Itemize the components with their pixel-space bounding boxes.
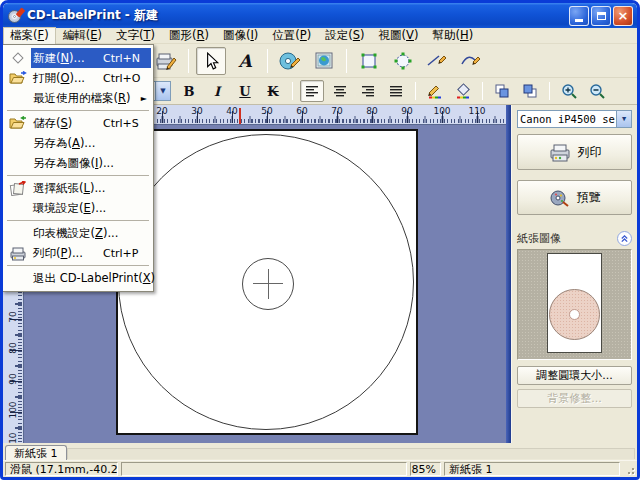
menu-item-save-as-image[interactable]: 另存為圖像(I)... [5, 153, 151, 173]
zoom-in-icon [561, 83, 578, 100]
menubar-item-image[interactable]: 圖像(I) [216, 27, 265, 45]
menu-item-select-paper[interactable]: 選擇紙張(L)... [5, 178, 151, 198]
italic-icon: I [214, 84, 220, 99]
insert-image-tool-button[interactable] [309, 47, 339, 75]
preview-disc [549, 289, 600, 340]
align-center-button[interactable] [328, 80, 352, 102]
minimize-icon [575, 19, 583, 22]
align-right-button[interactable] [356, 80, 380, 102]
pointer-icon [202, 52, 220, 70]
ruler-label: 100 [8, 400, 18, 420]
print-setup-button[interactable] [151, 47, 181, 75]
strikeout-button[interactable]: K [261, 80, 285, 102]
ruler-label: 80 [8, 338, 18, 358]
align-right-icon [361, 85, 375, 97]
menu-item-label: 列印(P)... [33, 246, 83, 261]
menu-item-print[interactable]: 列印(P)... Ctrl+P [5, 243, 151, 263]
titlebar: CD-LabelPrint - 新建 × [3, 3, 637, 28]
ellipse-tool-button[interactable] [388, 47, 418, 75]
arc-tool-button[interactable] [456, 47, 486, 75]
zoom-out-button[interactable] [585, 80, 609, 102]
menubar-item-help[interactable]: 幫助(H) [425, 27, 480, 45]
paper-preview [517, 249, 632, 360]
print-icon [548, 142, 572, 162]
menu-separator [7, 220, 149, 221]
ruler-label: 60 [296, 106, 307, 116]
align-justify-button[interactable] [384, 80, 408, 102]
background-trim-button: 背景修整... [517, 389, 632, 408]
menu-shortcut: Ctrl+O [103, 72, 147, 85]
print-button-label: 列印 [578, 144, 602, 161]
menu-item-label: 環境設定(E)... [33, 201, 106, 216]
print-button[interactable]: 列印 [517, 134, 632, 170]
text-tool-button[interactable]: A [230, 47, 260, 75]
print-setup-icon [154, 50, 178, 72]
ruler-label: 90 [401, 106, 412, 116]
menu-item-new[interactable]: 新建(N)... Ctrl+N [5, 48, 151, 68]
dropdown-icon[interactable]: ▼ [155, 82, 170, 100]
send-back-button[interactable] [518, 80, 542, 102]
window-title: CD-LabelPrint - 新建 [27, 7, 567, 24]
maximize-button[interactable] [591, 6, 611, 26]
resize-grip[interactable] [624, 464, 635, 475]
menu-item-save[interactable]: 儲存(S) Ctrl+S [5, 113, 151, 133]
menu-item-environment-settings[interactable]: 環境設定(E)... [5, 198, 151, 218]
collapse-button[interactable] [617, 231, 632, 246]
send-back-icon [522, 83, 538, 99]
insert-image-icon [313, 50, 335, 72]
menu-item-label: 另存為(A)... [33, 136, 95, 151]
underline-icon: U [239, 84, 250, 99]
menubar-item-file[interactable]: 檔案(F) [3, 27, 56, 45]
menubar-item-settings[interactable]: 設定(S) [318, 27, 371, 45]
printer-select[interactable]: Canon iP4500 series ▼ [517, 110, 632, 128]
menu-item-open[interactable]: 打開(O)... Ctrl+O [5, 68, 151, 88]
zoom-in-button[interactable] [557, 80, 581, 102]
underline-button[interactable]: U [233, 80, 257, 102]
paper-select-icon [5, 178, 31, 198]
fill-color-icon [455, 83, 471, 99]
select-tool-button[interactable] [196, 47, 226, 75]
align-justify-icon [389, 85, 403, 97]
bring-front-button[interactable] [490, 80, 514, 102]
toolbar-separator [267, 49, 268, 73]
file-menu: 新建(N)... Ctrl+N 打開(O)... Ctrl+O 最近使用的檔案(… [2, 44, 154, 292]
bold-button[interactable]: B [177, 80, 201, 102]
preview-button[interactable]: 預覽 [517, 180, 632, 215]
menubar-item-position[interactable]: 位置(P) [265, 27, 318, 45]
fill-color-button[interactable] [451, 80, 475, 102]
menu-item-save-as[interactable]: 另存為(A)... [5, 133, 151, 153]
text-color-button[interactable] [423, 80, 447, 102]
text-color-icon [427, 83, 443, 99]
line-tool-button[interactable] [422, 47, 452, 75]
tab-bar-strip [67, 448, 636, 459]
menubar-item-edit[interactable]: 編輯(E) [56, 27, 109, 45]
dropdown-icon[interactable]: ▼ [616, 111, 631, 127]
ruler-label: 70 [331, 106, 342, 116]
rectangle-icon [359, 51, 379, 71]
center-crosshair [268, 269, 269, 299]
menu-separator [7, 110, 149, 111]
menu-item-label: 退出 CD-LabelPrint(X) [33, 271, 155, 286]
menubar-item-text[interactable]: 文字(T) [109, 27, 162, 45]
status-spacer [121, 462, 407, 476]
submenu-icon: ► [141, 94, 147, 103]
menu-item-recent-files[interactable]: 最近使用的檔案(R) ► [5, 88, 151, 108]
menu-item-printer-setup[interactable]: 印表機設定(Z)... [5, 223, 151, 243]
arc-icon [459, 51, 483, 71]
menu-item-label: 新建(N)... [33, 51, 85, 66]
italic-button[interactable]: I [205, 80, 229, 102]
menubar-item-view[interactable]: 視圖(V) [372, 27, 426, 45]
print-icon [5, 243, 31, 263]
cd-image-tool-button[interactable] [275, 47, 305, 75]
rectangle-tool-button[interactable] [354, 47, 384, 75]
align-left-button[interactable] [300, 80, 324, 102]
close-button[interactable]: × [613, 6, 633, 26]
sheet-tab[interactable]: 新紙張 1 [5, 445, 67, 460]
adjust-ring-button[interactable]: 調整圓環大小... [517, 366, 632, 385]
menu-item-exit[interactable]: 退出 CD-LabelPrint(X) [5, 268, 151, 288]
menubar-item-shape[interactable]: 圖形(R) [162, 27, 216, 45]
preview-paper [547, 253, 602, 353]
minimize-button[interactable] [569, 6, 589, 26]
menu-item-label: 打開(O)... [33, 71, 85, 86]
printer-name: Canon iP4500 series [518, 113, 616, 125]
